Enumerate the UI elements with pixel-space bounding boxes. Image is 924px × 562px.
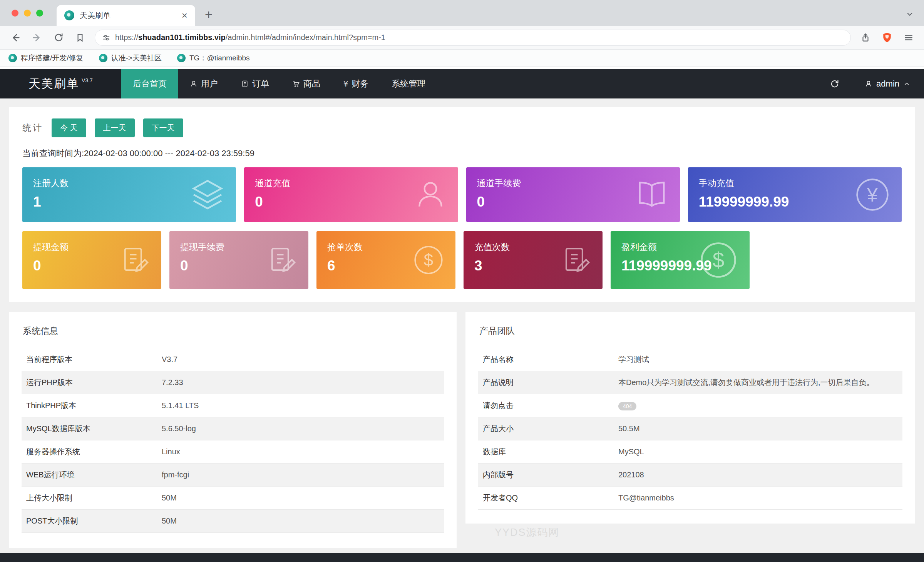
back-icon[interactable] <box>8 31 22 45</box>
edit-document-icon <box>560 244 593 276</box>
dollar-circle-icon: $ <box>697 239 740 281</box>
nav-item-dashboard[interactable]: 后台首页 <box>121 69 178 98</box>
table-row: 当前程序版本V3.7 <box>22 348 444 371</box>
brave-shield-icon[interactable] <box>880 31 894 45</box>
maximize-window-button[interactable] <box>36 10 43 17</box>
user-icon <box>865 80 872 88</box>
person-icon <box>413 177 448 212</box>
table-row: MySQL数据库版本5.6.50-log <box>22 417 444 440</box>
new-tab-button[interactable]: + <box>205 7 213 22</box>
book-icon <box>634 177 670 213</box>
minimize-window-button[interactable] <box>24 10 31 17</box>
app-version: V3.7 <box>82 77 93 83</box>
browser-toolbar: https://shuadan101.timibbs.vip/admin.htm… <box>0 26 924 50</box>
stat-card-channel-fee: 通道手续费 0 <box>466 167 680 222</box>
edit-document-icon <box>119 244 151 276</box>
bookmark-label: 认准->天美社区 <box>111 53 162 63</box>
table-row: 产品说明本Demo只为学习测试交流,请勿要做商业或者用于违法行为,一切后果自负。 <box>478 371 902 394</box>
bookmark-label: TG：@tianmeibbs <box>189 53 250 63</box>
nav-item-system[interactable]: 系统管理 <box>380 69 437 98</box>
stat-card-recharge-count: 充值次数 3 <box>464 231 603 289</box>
nav-item-products[interactable]: 商品 <box>281 69 332 98</box>
table-row: WEB运行环境fpm-fcgi <box>22 464 444 487</box>
refresh-icon[interactable] <box>819 69 851 98</box>
bookmark-item[interactable]: 程序搭建/开发/修复 <box>8 53 84 63</box>
table-row: 运行PHP版本7.2.33 <box>22 371 444 394</box>
stat-card-withdraw-amount: 提现金额 0 <box>22 231 161 289</box>
stat-card-profit-amount: 盈利金额 119999999.99 $ <box>611 231 750 289</box>
bookmark-label: 程序搭建/开发/修复 <box>21 53 84 63</box>
next-day-button[interactable]: 下一天 <box>143 118 183 137</box>
stat-cards-row-2: 提现金额 0 提现手续费 0 抢单次数 6 $ <box>22 231 902 289</box>
bookmark-favicon-icon <box>177 54 186 62</box>
site-settings-icon[interactable] <box>102 33 110 42</box>
svg-text:$: $ <box>424 250 433 269</box>
footer-bar <box>0 553 924 562</box>
app-logo-text: 天美刷单 <box>28 76 79 92</box>
yen-circle-icon: ¥ <box>853 175 892 214</box>
user-menu[interactable]: admin <box>851 69 924 98</box>
bookmarks-bar: 程序搭建/开发/修复 认准->天美社区 TG：@tianmeibbs <box>0 50 924 67</box>
yen-icon: ¥ <box>343 79 348 89</box>
panel-title: 产品团队 <box>479 325 901 337</box>
stat-card-registered-users: 注册人数 1 <box>22 167 236 222</box>
app-logo: 天美刷单 V3.7 <box>0 69 121 98</box>
bookmark-favicon-icon <box>99 54 107 62</box>
browser-tabstrip: 天美刷单 × + <box>0 0 924 26</box>
table-row: 产品名称学习测试 <box>478 348 902 371</box>
edit-document-icon <box>266 244 298 276</box>
table-row: POST大小限制50M <box>22 510 444 533</box>
svg-text:$: $ <box>713 248 725 272</box>
url-bar[interactable]: https://shuadan101.timibbs.vip/admin.htm… <box>95 30 851 46</box>
table-row: ThinkPHP版本5.1.41 LTS <box>22 394 444 417</box>
panel-title: 系统信息 <box>23 325 443 337</box>
nav-item-users[interactable]: 用户 <box>178 69 229 98</box>
site-favicon-icon <box>64 10 74 20</box>
svg-text:¥: ¥ <box>867 184 878 206</box>
tab-overflow-chevron-icon[interactable] <box>906 10 914 18</box>
stat-cards-row-1: 注册人数 1 通道充值 0 通道手续费 0 手 <box>22 167 902 222</box>
cart-icon <box>292 80 300 88</box>
previous-day-button[interactable]: 上一天 <box>95 118 135 137</box>
watermark-text: YYDS源码网 <box>495 525 560 539</box>
product-team-table: 产品名称学习测试 产品说明本Demo只为学习测试交流,请勿要做商业或者用于违法行… <box>478 348 902 510</box>
forward-icon[interactable] <box>30 31 44 45</box>
tab-close-icon[interactable]: × <box>182 10 187 20</box>
system-info-panel: 系统信息 当前程序版本V3.7 运行PHP版本7.2.33 ThinkPHP版本… <box>9 312 457 548</box>
nav-menu: 后台首页 用户 订单 商品 ¥ 财务 系统管理 <box>121 69 437 98</box>
product-team-panel: 产品团队 产品名称学习测试 产品说明本Demo只为学习测试交流,请勿要做商业或者… <box>465 312 915 524</box>
chevron-up-icon <box>903 80 910 87</box>
bookmark-item[interactable]: TG：@tianmeibbs <box>177 53 250 63</box>
dollar-circle-icon: $ <box>412 243 445 277</box>
table-row: 产品大小50.5M <box>478 417 902 440</box>
bookmark-icon[interactable] <box>73 31 87 45</box>
stats-section-label: 统计 <box>22 122 43 134</box>
table-row: 内部版号202108 <box>478 464 902 487</box>
close-window-button[interactable] <box>12 10 18 17</box>
username: admin <box>876 79 899 89</box>
navbar-right: admin <box>819 69 924 98</box>
today-button[interactable]: 今 天 <box>52 118 86 137</box>
tab-title: 天美刷单 <box>80 10 176 21</box>
system-info-table: 当前程序版本V3.7 运行PHP版本7.2.33 ThinkPHP版本5.1.4… <box>22 348 444 533</box>
bookmark-item[interactable]: 认准->天美社区 <box>99 53 162 63</box>
user-icon <box>190 80 198 88</box>
stat-card-channel-recharge: 通道充值 0 <box>244 167 458 222</box>
nav-item-orders[interactable]: 订单 <box>229 69 281 98</box>
share-icon[interactable] <box>859 31 872 45</box>
query-time-text: 当前查询时间为:2024-02-03 00:00:00 --- 2024-02-… <box>22 148 902 159</box>
browser-tab[interactable]: 天美刷单 × <box>57 5 195 26</box>
reload-icon[interactable] <box>52 31 65 45</box>
order-icon <box>241 80 249 88</box>
do-not-click-badge[interactable]: 404 <box>618 402 636 410</box>
stat-card-grab-count: 抢单次数 6 $ <box>316 231 455 289</box>
table-row: 数据库MySQL <box>478 440 902 464</box>
nav-item-finance[interactable]: ¥ 财务 <box>332 69 380 98</box>
table-row: 请勿点击404 <box>478 394 902 417</box>
bookmark-favicon-icon <box>8 54 17 62</box>
stat-card-manual-recharge: 手动充值 119999999.99 ¥ <box>688 167 902 222</box>
table-row: 上传大小限制50M <box>22 487 444 510</box>
layers-icon <box>189 176 226 213</box>
stats-panel: 统计 今 天 上一天 下一天 当前查询时间为:2024-02-03 00:00:… <box>9 107 915 302</box>
menu-icon[interactable] <box>902 31 916 45</box>
